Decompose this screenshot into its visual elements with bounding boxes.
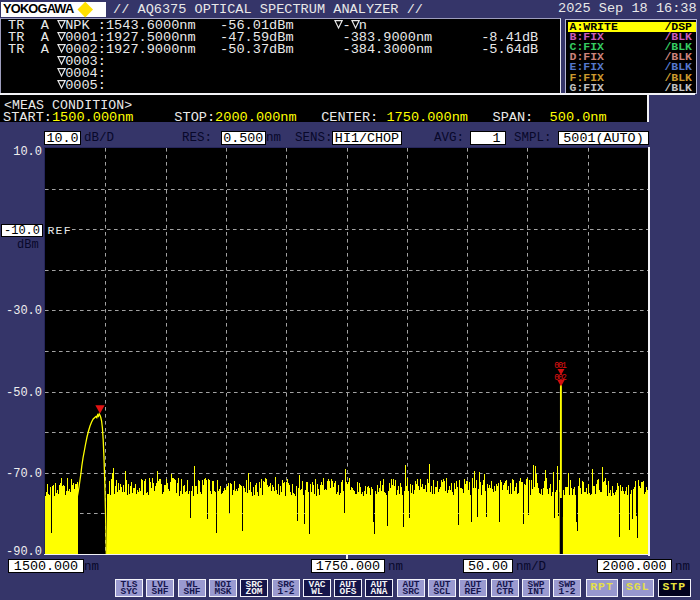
svg-text:002: 002 bbox=[554, 372, 567, 382]
svg-text:001: 001 bbox=[554, 361, 567, 371]
